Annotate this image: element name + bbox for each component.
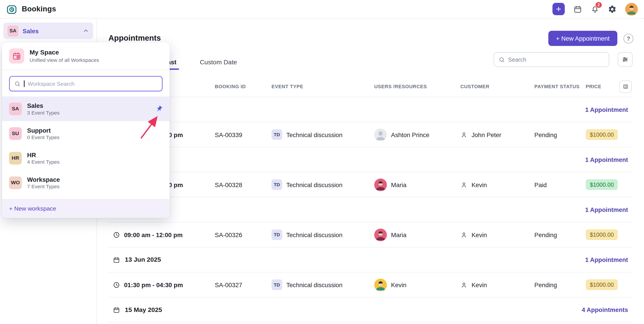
price: $1000.00 xyxy=(586,222,618,247)
event-type-badge: TD xyxy=(272,279,282,290)
workspace-item-hr[interactable]: HRHR4 Event Types xyxy=(2,146,170,170)
bookings-logo xyxy=(6,3,18,15)
user-resource: Kevin xyxy=(374,273,406,297)
appointments-search xyxy=(494,52,609,67)
workspace-meta: 4 Event Types xyxy=(27,159,60,165)
appointments-table-body: 1 Appointment01:30 pm - 04:30 pmSA-00339… xyxy=(108,97,632,323)
app-title: Bookings xyxy=(22,5,56,13)
event-type-badge: TD xyxy=(272,229,282,240)
workspace-item-workspace[interactable]: WOWorkspace7 Event Types xyxy=(2,170,170,195)
price: $1000.00 xyxy=(586,172,618,197)
user-resource: Maria xyxy=(374,222,406,247)
group-date: 15 May 2025 xyxy=(113,298,162,322)
price: $1000.00 xyxy=(586,122,618,147)
user-resource: Maria xyxy=(374,172,406,197)
user-avatar xyxy=(374,279,387,291)
workspace-name: Workspace xyxy=(27,176,60,183)
workspace-search-input[interactable] xyxy=(28,81,157,87)
search-icon xyxy=(14,81,20,87)
search-icon xyxy=(499,56,505,63)
column-header-price: PRICE xyxy=(586,83,601,89)
user-resource: Ashton Prince xyxy=(374,122,430,147)
column-header-users: USERS /RESOURCES xyxy=(374,83,427,89)
calendar-icon[interactable] xyxy=(573,5,582,13)
workspace-name: Sales xyxy=(27,102,60,109)
chevron-up-icon xyxy=(82,27,89,34)
person-icon xyxy=(460,281,468,288)
appointment-row[interactable]: 09:00 am - 12:00 pmSA-00326TDTechnical d… xyxy=(108,222,632,247)
booking-id: SA-00327 xyxy=(215,273,242,297)
column-header-event: EVENT TYPE xyxy=(272,83,303,89)
payment-status: Paid xyxy=(534,172,547,197)
user-avatar[interactable] xyxy=(625,3,638,15)
workspace-list: SASales3 Event TypesSUSupport0 Event Typ… xyxy=(2,96,170,199)
help-button[interactable]: ? xyxy=(624,34,633,43)
date-group-row: 1 Appointment xyxy=(108,97,632,122)
workspace-meta: 3 Event Types xyxy=(27,110,60,116)
search-input[interactable] xyxy=(508,56,604,63)
new-workspace-link[interactable]: + New workspace xyxy=(9,205,56,212)
notifications-bell-icon[interactable]: 2 xyxy=(590,5,599,13)
quick-create-button[interactable] xyxy=(552,3,565,15)
payment-status: Pending xyxy=(534,122,557,147)
appointment-row[interactable]: 01:30 pm - 04:30 pmSA-00327TDTechnical d… xyxy=(108,273,632,298)
price-badge: $1000.00 xyxy=(586,179,618,190)
workspace-meta: 0 Event Types xyxy=(27,134,60,140)
customer: Kevin xyxy=(460,222,487,247)
event-type-badge: TD xyxy=(272,129,282,140)
settings-gear-icon[interactable] xyxy=(608,5,617,13)
workspace-name: Support xyxy=(27,127,60,134)
customer: Kevin xyxy=(460,273,487,297)
user-avatar xyxy=(374,178,387,191)
date-group-row: 1 Appointment xyxy=(108,147,632,172)
price-badge: $1000.00 xyxy=(586,129,618,140)
my-space-subtitle: Unified view of all Workspaces xyxy=(30,57,99,63)
booking-id: SA-00328 xyxy=(215,172,242,197)
clock-icon xyxy=(113,281,120,288)
customer: John Peter xyxy=(460,122,502,147)
my-space-item[interactable]: My Space Unified view of all Workspaces xyxy=(2,42,170,70)
appointment-count-label: 4 Appointments xyxy=(582,306,628,313)
clock-icon xyxy=(113,231,120,238)
pin-icon[interactable] xyxy=(154,104,164,114)
appointment-time: 09:00 am - 12:00 pm xyxy=(113,222,183,247)
text-cursor xyxy=(24,80,24,87)
appointment-count-label: 1 Appointment xyxy=(585,256,628,263)
new-appointment-button[interactable]: + New Appointment xyxy=(548,31,618,46)
event-type: TDTechnical discussion xyxy=(272,122,342,147)
workspace-item-sales[interactable]: SASales3 Event Types xyxy=(2,96,170,121)
appointment-count-label: 1 Appointment xyxy=(585,106,628,113)
calendar-icon xyxy=(113,256,120,263)
workspace-search xyxy=(9,76,162,91)
workspace-item-support[interactable]: SUSupport0 Event Types xyxy=(2,121,170,146)
column-header-payment: PAYMENT STATUS xyxy=(534,83,580,89)
column-header-customer: CUSTOMER xyxy=(460,83,490,89)
topbar-actions: 2 xyxy=(552,3,638,15)
workspace-selector[interactable]: SA Sales xyxy=(3,22,93,39)
table-header: BOOKING IDEVENT TYPEUSERS /RESOURCESCUST… xyxy=(108,76,632,97)
person-icon xyxy=(460,231,468,238)
column-header-booking: BOOKING ID xyxy=(215,83,246,89)
column-settings-button[interactable] xyxy=(620,80,632,93)
my-space-icon xyxy=(9,48,24,64)
app-window: Bookings 2 SA Sales Appointments + New A… xyxy=(0,0,644,324)
filter-button[interactable] xyxy=(618,52,632,67)
payment-status: Pending xyxy=(534,273,557,297)
payment-status: Pending xyxy=(534,222,557,247)
customer: Kevin xyxy=(460,172,487,197)
tab-custom-date[interactable]: Custom Date xyxy=(198,59,240,70)
appointment-row[interactable]: 01:30 pm - 04:30 pmSA-00339TDTechnical d… xyxy=(108,122,632,147)
event-type-badge: TD xyxy=(272,179,282,190)
appointments-table: BOOKING IDEVENT TYPEUSERS /RESOURCESCUST… xyxy=(108,76,632,324)
event-type: TDTechnical discussion xyxy=(272,222,342,247)
appointment-row[interactable]: 01:30 pm - 04:30 pmSA-00328TDTechnical d… xyxy=(108,172,632,197)
page-title: Appointments xyxy=(108,34,161,43)
appointments-page: Appointments + New Appointment ? Upcomin… xyxy=(97,19,644,324)
workspace-meta: 7 Event Types xyxy=(27,184,60,189)
workspace-menu-footer: + New workspace xyxy=(2,199,170,218)
group-date: 13 Jun 2025 xyxy=(113,247,161,272)
workspace-initials-badge: SA xyxy=(8,25,18,36)
price-badge: $1000.00 xyxy=(586,229,618,240)
notification-badge: 2 xyxy=(595,1,602,8)
date-group-row: 1 Appointment xyxy=(108,197,632,222)
